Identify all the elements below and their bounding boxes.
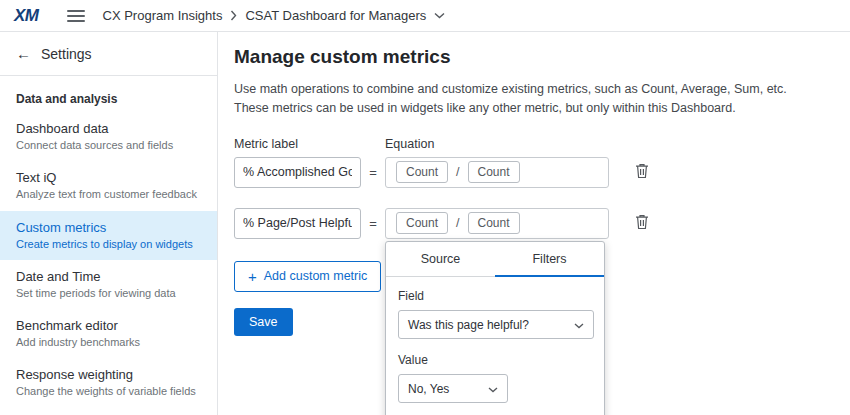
- chevron-down-icon: [488, 382, 498, 396]
- sidebar-item-sublabel: Connect data sources and fields: [16, 138, 201, 152]
- sidebar-item-text-iq[interactable]: Text iQ Analyze text from customer feedb…: [0, 161, 217, 210]
- custom-metric-row: = Count / Count: [234, 157, 826, 188]
- top-bar: XM CX Program Insights CSAT Dashboard fo…: [0, 0, 850, 32]
- field-select[interactable]: Was this page helpful?: [398, 310, 594, 339]
- metric-filters-popup: Source Filters Field Was this page helpf…: [385, 241, 605, 415]
- back-arrow-icon: ←: [16, 45, 31, 62]
- column-headers: Metric label Equation: [234, 137, 826, 151]
- sidebar-item-sublabel: Add industry benchmarks: [16, 335, 201, 349]
- sidebar-item-sublabel: Change the weights of variable fields: [16, 384, 201, 398]
- popup-body: Field Was this page helpful? Value No, Y…: [386, 277, 604, 415]
- field-label: Field: [398, 289, 592, 303]
- value-label: Value: [398, 353, 592, 367]
- equation-column-header: Equation: [385, 137, 434, 151]
- chevron-right-icon: [230, 10, 237, 21]
- breadcrumb: CX Program Insights CSAT Dashboard for M…: [103, 8, 446, 23]
- tab-filters[interactable]: Filters: [495, 242, 604, 277]
- settings-sidebar: ← Settings Data and analysis Dashboard d…: [0, 32, 218, 415]
- breadcrumb-current[interactable]: CSAT Dashboard for Managers: [245, 8, 426, 23]
- sidebar-item-sublabel: Create metrics to display on widgets: [16, 237, 201, 251]
- sidebar-item-sublabel: Analyze text from customer feedback: [16, 187, 201, 201]
- custom-metric-row: = Count / Count: [234, 208, 826, 239]
- page-description-line1: Use math operations to combine and custo…: [234, 80, 826, 99]
- plus-icon: +: [248, 269, 257, 284]
- sidebar-section-header: Data and analysis: [0, 76, 217, 112]
- trash-icon: [635, 167, 649, 182]
- metric-operand-button[interactable]: Count: [396, 161, 448, 183]
- sidebar-item-date-and-time[interactable]: Date and Time Set time periods for viewi…: [0, 260, 217, 309]
- field-select-value: Was this page helpful?: [408, 318, 529, 332]
- metric-label-column-header: Metric label: [234, 137, 385, 151]
- hamburger-menu-icon[interactable]: [67, 10, 85, 22]
- sidebar-item-label: Date and Time: [16, 269, 201, 284]
- page-description: Use math operations to combine and custo…: [234, 80, 826, 119]
- breadcrumb-root[interactable]: CX Program Insights: [103, 8, 223, 23]
- sidebar-item-response-weighting[interactable]: Response weighting Change the weights of…: [0, 358, 217, 407]
- trash-icon: [635, 218, 649, 233]
- sidebar-item-label: Dashboard data: [16, 121, 201, 136]
- metric-label-input[interactable]: [234, 157, 361, 188]
- metric-operand-button[interactable]: Count: [468, 161, 520, 183]
- sidebar-item-sublabel: Set time periods for viewing data: [16, 286, 201, 300]
- metric-operand-button[interactable]: Count: [468, 212, 520, 234]
- sidebar-item-label: Benchmark editor: [16, 318, 201, 333]
- value-select-value: No, Yes: [408, 382, 449, 396]
- popup-tabs: Source Filters: [386, 242, 604, 277]
- sidebar-item-label: Text iQ: [16, 170, 201, 185]
- page-description-line2: These metrics can be used in widgets lik…: [234, 99, 826, 118]
- divide-operator: /: [456, 165, 459, 179]
- add-custom-metric-label: Add custom metric: [264, 269, 368, 283]
- add-custom-metric-button[interactable]: + Add custom metric: [234, 261, 381, 292]
- equals-sign: =: [361, 165, 385, 180]
- equals-sign: =: [361, 216, 385, 231]
- chevron-down-icon[interactable]: [434, 12, 445, 19]
- equation-box[interactable]: Count / Count: [385, 208, 609, 239]
- metric-label-input[interactable]: [234, 208, 361, 239]
- settings-back-button[interactable]: ← Settings: [0, 32, 217, 76]
- sidebar-item-label: Custom metrics: [16, 220, 201, 235]
- divide-operator: /: [456, 216, 459, 230]
- tab-source[interactable]: Source: [386, 242, 495, 277]
- sidebar-item-benchmark-editor[interactable]: Benchmark editor Add industry benchmarks: [0, 309, 217, 358]
- sidebar-item-dashboard-data[interactable]: Dashboard data Connect data sources and …: [0, 112, 217, 161]
- settings-back-label: Settings: [41, 46, 92, 62]
- metric-operand-button[interactable]: Count: [396, 212, 448, 234]
- xm-logo: XM: [14, 6, 39, 26]
- value-select[interactable]: No, Yes: [398, 374, 508, 403]
- equation-box[interactable]: Count / Count: [385, 157, 609, 188]
- delete-metric-button[interactable]: [631, 159, 653, 186]
- app-window: XM CX Program Insights CSAT Dashboard fo…: [0, 0, 850, 415]
- sidebar-item-label: Response weighting: [16, 367, 201, 382]
- main-content: Manage custom metrics Use math operation…: [218, 32, 850, 415]
- sidebar-item-custom-metrics[interactable]: Custom metrics Create metrics to display…: [0, 211, 217, 260]
- page-title: Manage custom metrics: [234, 46, 826, 68]
- chevron-down-icon: [574, 318, 584, 332]
- delete-metric-button[interactable]: [631, 210, 653, 237]
- save-button[interactable]: Save: [234, 308, 293, 336]
